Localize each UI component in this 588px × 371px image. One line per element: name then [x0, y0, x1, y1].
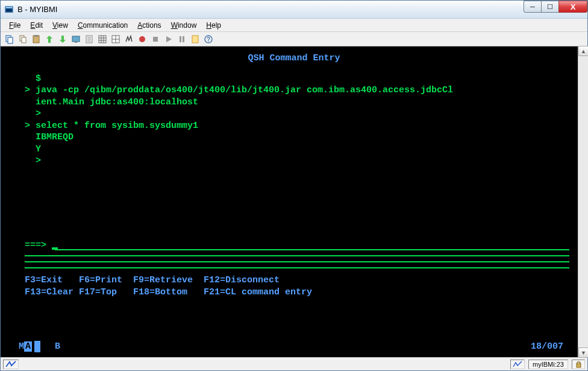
note-icon[interactable] — [190, 34, 201, 45]
scrollbar-vertical[interactable]: ▲ ▼ — [578, 46, 588, 358]
scroll-down-icon[interactable]: ▼ — [578, 347, 588, 358]
clipboard-icon[interactable] — [84, 34, 95, 45]
statusbar: myIBMi:23 — [1, 357, 587, 370]
help-icon[interactable]: ? — [203, 34, 214, 45]
svg-rect-25 — [180, 36, 181, 42]
grid2-icon[interactable] — [110, 34, 121, 45]
stop-icon[interactable] — [150, 34, 161, 45]
svg-text:?: ? — [207, 36, 210, 43]
status-b: B — [55, 341, 60, 353]
display-icon[interactable] — [70, 34, 81, 45]
terminal-line: IBMREQD — [25, 132, 580, 144]
close-button[interactable]: X — [558, 1, 587, 13]
terminal-line: > select * from sysibm.sysdummy1 — [25, 120, 580, 132]
copy-icon[interactable] — [4, 34, 15, 45]
cursor-icon — [52, 247, 58, 250]
terminal-line: > — [25, 155, 580, 167]
cursor-position: 18/007 — [531, 341, 563, 353]
svg-rect-24 — [153, 37, 158, 42]
svg-rect-1 — [6, 7, 13, 8]
menu-view[interactable]: View — [48, 20, 73, 31]
svg-rect-4 — [8, 37, 13, 43]
app-window: B - MYIBMI ─ ☐ X File Edit View Communic… — [0, 0, 588, 371]
terminal-line: $ — [25, 73, 580, 85]
maximize-button[interactable]: ☐ — [541, 1, 559, 13]
terminal-line: > java -cp /qibm/proddata/os400/jt400/li… — [25, 84, 580, 97]
menu-communication[interactable]: Communication — [73, 20, 133, 31]
svg-rect-8 — [34, 35, 38, 37]
security-icon[interactable] — [572, 360, 585, 369]
terminal-line: ient.Main jdbc:as400:localhost — [25, 97, 580, 109]
scroll-up-icon[interactable]: ▲ — [578, 46, 588, 56]
titlebar[interactable]: B - MYIBMI ─ ☐ X — [1, 1, 587, 19]
terminal-line: > — [25, 108, 580, 120]
terminal-output: $ > java -cp /qibm/proddata/os400/jt400/… — [8, 73, 580, 167]
record-icon[interactable] — [137, 34, 148, 45]
copy2-icon[interactable] — [17, 34, 28, 45]
pause-icon[interactable] — [177, 34, 187, 45]
connection-label: myIBMi:23 — [528, 360, 568, 369]
menu-window[interactable]: Window — [166, 20, 202, 31]
menu-help[interactable]: Help — [201, 20, 226, 31]
fkeys-row: F13=Clear F17=Top F18=Bottom F21=CL comm… — [25, 287, 580, 299]
menu-file[interactable]: File — [4, 20, 25, 31]
menu-actions[interactable]: Actions — [133, 20, 166, 31]
command-underline — [25, 255, 569, 256]
toolbar: ? — [1, 32, 587, 46]
terminal-status: MA B 18/007 — [8, 341, 580, 353]
scroll-track[interactable] — [578, 56, 588, 347]
minimize-button[interactable]: ─ — [524, 1, 542, 13]
send-icon[interactable] — [44, 34, 55, 45]
svg-rect-2 — [6, 8, 13, 11]
svg-rect-10 — [75, 42, 77, 43]
paste-icon[interactable] — [31, 34, 42, 45]
terminal-line: Y — [25, 144, 580, 156]
svg-rect-30 — [577, 364, 581, 367]
command-prompt: ===> — [25, 240, 52, 250]
menu-edit[interactable]: Edit — [25, 20, 48, 31]
svg-rect-9 — [72, 36, 80, 42]
terminal-title: QSH Command Entry — [8, 52, 580, 65]
svg-rect-27 — [192, 36, 198, 43]
function-keys: F3=Exit F6=Print F9=Retrieve F12=Disconn… — [8, 274, 580, 298]
status-block-icon — [34, 341, 40, 353]
window-controls: ─ ☐ X — [524, 1, 587, 14]
receive-icon[interactable] — [57, 34, 68, 45]
menubar: File Edit View Communication Actions Win… — [1, 19, 587, 32]
signal-icon — [510, 360, 525, 369]
svg-rect-26 — [183, 36, 184, 42]
svg-point-23 — [139, 36, 145, 42]
status-ma: MA — [19, 341, 32, 353]
grid-icon[interactable] — [97, 34, 108, 45]
svg-rect-15 — [99, 36, 106, 43]
fkeys-row: F3=Exit F6=Print F9=Retrieve F12=Disconn… — [25, 274, 580, 287]
svg-rect-6 — [22, 37, 26, 43]
app-icon — [4, 5, 14, 14]
command-underline — [55, 249, 569, 250]
command-underline — [25, 267, 569, 268]
connect-status-icon[interactable] — [3, 360, 19, 369]
play-icon[interactable] — [163, 34, 174, 45]
window-title: B - MYIBMI — [17, 5, 57, 14]
terminal-area[interactable]: QSH Command Entry $ > java -cp /qibm/pro… — [1, 46, 587, 357]
remap-icon[interactable] — [124, 34, 134, 45]
command-underline — [25, 261, 569, 262]
